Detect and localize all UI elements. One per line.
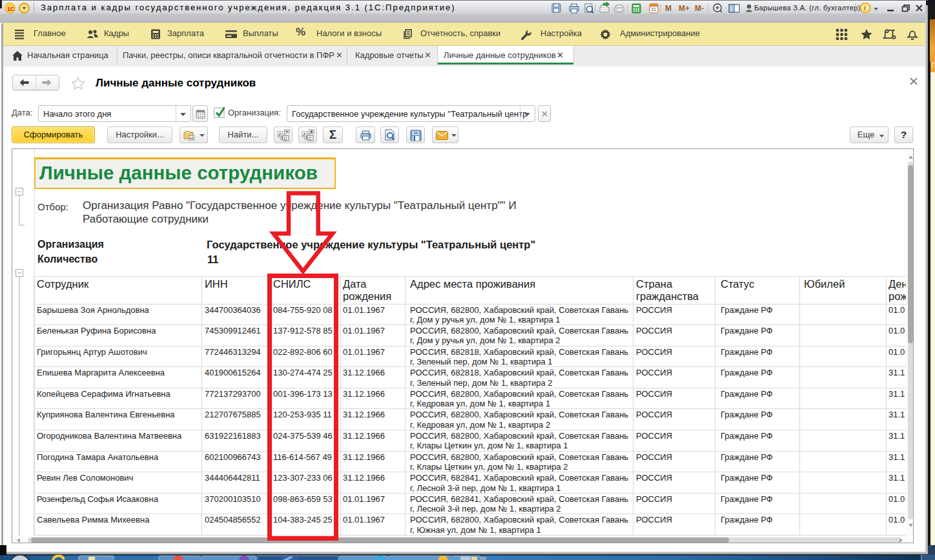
svg-text:i: i <box>864 5 866 12</box>
svg-text:31: 31 <box>651 6 656 12</box>
svg-text:1С: 1С <box>7 6 15 12</box>
svg-text:M-: M- <box>695 4 704 13</box>
svg-text:C: C <box>309 136 312 141</box>
svg-text:M+: M+ <box>679 4 690 13</box>
svg-text:M: M <box>665 4 672 13</box>
svg-text:Барышева З.А. (гл. бухгалтер): Барышева З.А. (гл. бухгалтер) <box>754 4 861 12</box>
svg-text:C: C <box>284 136 287 141</box>
